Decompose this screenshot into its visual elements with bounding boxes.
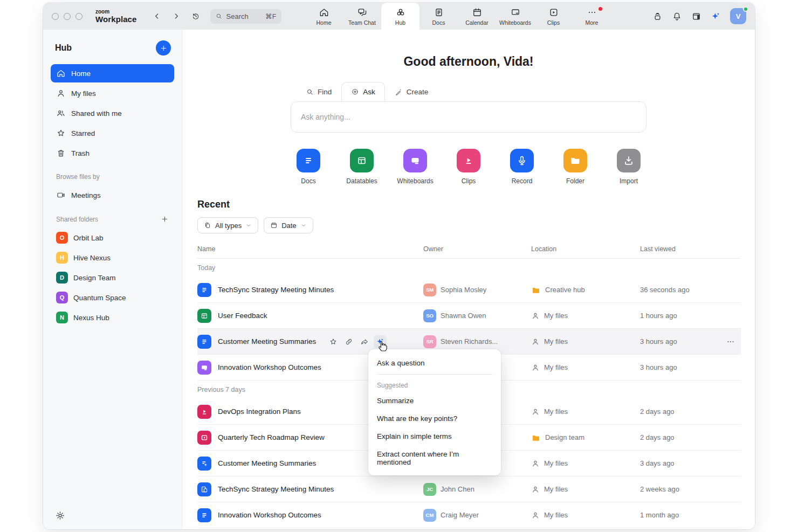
- menu-suggestion-item[interactable]: What are the key points?: [368, 410, 501, 427]
- file-name: Customer Meeting Summaries: [218, 459, 316, 467]
- table-row[interactable]: TechSync Strategy Meeting MinutesJCJohn …: [197, 476, 741, 502]
- nav-tab-clips[interactable]: Clips: [534, 3, 573, 30]
- filter-date[interactable]: Date: [264, 217, 313, 233]
- ask-tab-label: Find: [318, 88, 332, 96]
- add-folder-button[interactable]: [161, 215, 169, 223]
- link-action-button[interactable]: [342, 335, 355, 348]
- row-more-button[interactable]: [726, 337, 735, 347]
- menu-suggestion-item[interactable]: Explain in simple terms: [368, 427, 501, 445]
- table-row[interactable]: Innovation Workshop OutcomesCMCraig Meye…: [197, 502, 741, 528]
- forward-button[interactable]: [169, 9, 183, 23]
- search-input[interactable]: Search ⌘F: [210, 9, 281, 24]
- sidebar-item-trash[interactable]: Trash: [51, 144, 174, 162]
- ask-tab-create[interactable]: Create: [385, 82, 438, 101]
- logo-workplace: Workplace: [95, 15, 137, 24]
- window-minimize-button[interactable]: [64, 13, 71, 20]
- sidebar-title: Hub: [55, 43, 72, 53]
- notification-dot: [598, 7, 602, 11]
- sidebar: Hub HomeMy filesShared with meStarredTra…: [43, 30, 182, 529]
- table-row[interactable]: TechSync Strategy Meeting MinutesSMSophi…: [197, 277, 741, 303]
- sidebar-folder-quantum-space[interactable]: QQuantum Space: [51, 288, 174, 307]
- calendar-panel-button[interactable]: [691, 11, 701, 22]
- star-action-button[interactable]: [327, 335, 340, 348]
- docs-app-icon: [297, 149, 320, 172]
- shortcut-folder[interactable]: Folder: [556, 149, 595, 185]
- nav-tab-home[interactable]: Home: [305, 3, 343, 30]
- shortcut-record[interactable]: Record: [503, 149, 541, 185]
- sidebar-folder-orbit-lab[interactable]: OOrbit Lab: [51, 229, 174, 247]
- app-shortcuts: DocsDatatablesWhiteboardsClipsRecordFold…: [182, 149, 755, 185]
- sidebar-item-starred[interactable]: Starred: [51, 124, 174, 142]
- person-icon: [531, 363, 540, 372]
- sidebar-browse: Meetings: [51, 186, 174, 204]
- ask-input[interactable]: [301, 113, 636, 121]
- ai-companion-button[interactable]: [711, 11, 721, 22]
- shared-folders-label: Shared folders: [56, 215, 169, 223]
- bell-button[interactable]: [672, 11, 682, 22]
- menu-suggestion-item[interactable]: Extract content where I’m mentioned: [368, 445, 501, 471]
- sidebar-item-shared-with-me[interactable]: Shared with me: [51, 104, 174, 122]
- cast-button[interactable]: [652, 11, 663, 22]
- back-button[interactable]: [150, 9, 164, 23]
- link-icon: [345, 337, 353, 346]
- ask-tab-ask[interactable]: Ask: [341, 82, 385, 101]
- calendar-panel-icon: [691, 11, 701, 22]
- clips-app-icon: [457, 149, 480, 172]
- person-icon: [531, 312, 540, 320]
- owner-name: John Chen: [441, 485, 474, 493]
- sidebar-folder-design-team[interactable]: DDesign Team: [51, 268, 174, 287]
- shortcut-docs[interactable]: Docs: [289, 149, 328, 185]
- shortcut-clips[interactable]: Clips: [449, 149, 488, 185]
- shortcut-import[interactable]: Import: [609, 149, 648, 185]
- window-zoom-button[interactable]: [75, 13, 82, 20]
- sidebar-item-home[interactable]: Home: [51, 64, 174, 82]
- nav-tab-more[interactable]: More: [573, 3, 611, 30]
- nav-tab-docs[interactable]: Docs: [419, 3, 458, 30]
- folder-label: Quantum Space: [73, 294, 126, 302]
- sidebar-folder-hive-nexus[interactable]: HHive Nexus: [51, 248, 174, 267]
- nav-tab-team-chat[interactable]: Team Chat: [343, 3, 381, 30]
- share-action-button[interactable]: [358, 335, 371, 348]
- more-icon: [587, 7, 597, 18]
- nav-tab-hub[interactable]: Hub: [381, 3, 419, 30]
- window-close-button[interactable]: [52, 13, 59, 20]
- sidebar-item-my-files[interactable]: My files: [51, 84, 174, 102]
- nav-tab-calendar[interactable]: Calendar: [458, 3, 496, 30]
- history-button[interactable]: [189, 9, 203, 23]
- calendar-icon: [270, 222, 278, 229]
- owner-name: Shawna Owen: [441, 312, 486, 320]
- sidebar-folder-nexus-hub[interactable]: NNexus Hub: [51, 308, 174, 327]
- last-viewed-cell: 3 days ago: [640, 459, 741, 467]
- settings-button[interactable]: [55, 510, 65, 521]
- owner-cell: CMCraig Meyer: [423, 509, 531, 522]
- ask-tab-find[interactable]: Find: [296, 82, 341, 101]
- row-hover-actions: [327, 335, 387, 348]
- nav-tab-whiteboards[interactable]: Whiteboards: [496, 3, 534, 30]
- file-name-cell: TechSync Strategy Meeting Minutes: [197, 283, 423, 297]
- last-viewed-cell: 1 hours ago: [640, 312, 741, 320]
- shortcut-whiteboards[interactable]: Whiteboards: [396, 149, 435, 185]
- menu-item-ask-a-question[interactable]: Ask a question: [368, 351, 501, 374]
- shortcut-datatables[interactable]: Datatables: [342, 149, 381, 185]
- hub-icon: [395, 7, 406, 18]
- more-h-icon: [726, 337, 735, 347]
- file-types-icon: [204, 222, 211, 229]
- person-icon: [531, 459, 540, 468]
- new-item-button[interactable]: [156, 40, 171, 56]
- sidebar-item-meetings[interactable]: Meetings: [51, 186, 174, 204]
- nav-tab-label: Whiteboards: [499, 19, 531, 26]
- doc-blue-file-icon: [197, 335, 211, 349]
- table-row[interactable]: User FeedbackSOShawna OwenMy files1 hour…: [197, 303, 741, 329]
- doc-blue-file-icon: [197, 283, 211, 297]
- ask-tabs: FindAskCreate: [291, 82, 646, 101]
- main-content: Good afternoon, Vida! FindAskCreate Docs…: [182, 30, 755, 529]
- menu-suggestion-item[interactable]: Summarize: [368, 392, 501, 410]
- home-icon: [319, 7, 329, 18]
- profile-avatar[interactable]: V: [730, 8, 746, 24]
- filter-all-types[interactable]: All types: [197, 217, 258, 233]
- file-name: Innovation Workshop Outcomes: [218, 363, 321, 371]
- sidebar-folders: OOrbit LabHHive NexusDDesign TeamQQuantu…: [51, 229, 174, 327]
- ai-sparkle-action-button[interactable]: [374, 335, 387, 348]
- meetings-icon: [56, 190, 66, 200]
- location-cell: Creative hub: [531, 285, 640, 295]
